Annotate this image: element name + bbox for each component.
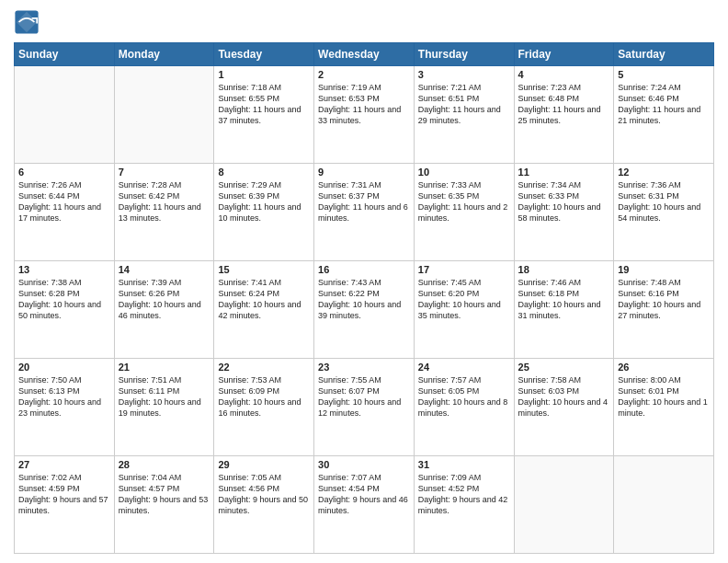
day-info: Sunrise: 7:43 AM Sunset: 6:22 PM Dayligh… [318,277,410,322]
day-info: Sunrise: 8:00 AM Sunset: 6:01 PM Dayligh… [618,374,710,419]
day-number: 4 [518,69,610,80]
day-number: 12 [618,167,710,178]
day-number: 7 [119,167,210,178]
calendar-day-cell: 17Sunrise: 7:45 AM Sunset: 6:20 PM Dayli… [414,261,514,359]
calendar-week-row: 27Sunrise: 7:02 AM Sunset: 4:59 PM Dayli… [15,456,714,554]
day-info: Sunrise: 7:39 AM Sunset: 6:26 PM Dayligh… [119,277,210,322]
calendar-day-cell: 15Sunrise: 7:41 AM Sunset: 6:24 PM Dayli… [214,261,314,359]
calendar-day-cell: 7Sunrise: 7:28 AM Sunset: 6:42 PM Daylig… [114,164,214,261]
calendar-day-cell: 23Sunrise: 7:55 AM Sunset: 6:07 PM Dayli… [314,359,415,456]
day-number: 26 [618,362,710,373]
day-number: 2 [318,69,410,80]
day-info: Sunrise: 7:24 AM Sunset: 6:46 PM Dayligh… [618,82,710,127]
day-number: 13 [18,264,110,275]
calendar-day-cell: 16Sunrise: 7:43 AM Sunset: 6:22 PM Dayli… [314,261,415,359]
col-saturday: Saturday [614,43,714,66]
calendar-day-cell: 3Sunrise: 7:21 AM Sunset: 6:51 PM Daylig… [414,66,514,164]
calendar-week-row: 6Sunrise: 7:26 AM Sunset: 6:44 PM Daylig… [15,164,714,261]
day-number: 17 [418,264,510,275]
calendar-header: Sunday Monday Tuesday Wednesday Thursday… [15,43,714,66]
day-info: Sunrise: 7:34 AM Sunset: 6:33 PM Dayligh… [518,179,610,224]
header [14,9,714,35]
day-number: 31 [418,459,510,470]
day-number: 9 [318,167,410,178]
day-number: 24 [418,362,510,373]
day-info: Sunrise: 7:02 AM Sunset: 4:59 PM Dayligh… [18,472,110,517]
day-number: 25 [518,362,610,373]
day-number: 1 [218,69,310,80]
day-number: 29 [218,459,310,470]
day-info: Sunrise: 7:55 AM Sunset: 6:07 PM Dayligh… [318,374,410,419]
day-info: Sunrise: 7:19 AM Sunset: 6:53 PM Dayligh… [318,82,410,127]
day-info: Sunrise: 7:28 AM Sunset: 6:42 PM Dayligh… [119,179,210,224]
calendar-day-cell: 8Sunrise: 7:29 AM Sunset: 6:39 PM Daylig… [214,164,314,261]
col-tuesday: Tuesday [214,43,314,66]
day-info: Sunrise: 7:09 AM Sunset: 4:52 PM Dayligh… [418,472,510,517]
col-thursday: Thursday [414,43,514,66]
col-sunday: Sunday [15,43,115,66]
calendar-day-cell: 31Sunrise: 7:09 AM Sunset: 4:52 PM Dayli… [414,456,514,554]
calendar-day-cell: 4Sunrise: 7:23 AM Sunset: 6:48 PM Daylig… [514,66,614,164]
calendar-day-cell: 11Sunrise: 7:34 AM Sunset: 6:33 PM Dayli… [514,164,614,261]
day-info: Sunrise: 7:45 AM Sunset: 6:20 PM Dayligh… [418,277,510,322]
calendar-day-cell: 19Sunrise: 7:48 AM Sunset: 6:16 PM Dayli… [614,261,714,359]
calendar-day-cell: 28Sunrise: 7:04 AM Sunset: 4:57 PM Dayli… [114,456,214,554]
col-monday: Monday [114,43,214,66]
calendar-day-cell [15,66,115,164]
day-info: Sunrise: 7:46 AM Sunset: 6:18 PM Dayligh… [518,277,610,322]
calendar-day-cell: 5Sunrise: 7:24 AM Sunset: 6:46 PM Daylig… [614,66,714,164]
calendar-day-cell: 24Sunrise: 7:57 AM Sunset: 6:05 PM Dayli… [414,359,514,456]
day-number: 10 [418,167,510,178]
day-number: 3 [418,69,510,80]
day-info: Sunrise: 7:51 AM Sunset: 6:11 PM Dayligh… [119,374,210,419]
calendar-day-cell: 20Sunrise: 7:50 AM Sunset: 6:13 PM Dayli… [15,359,115,456]
day-number: 8 [218,167,310,178]
day-number: 18 [518,264,610,275]
day-number: 23 [318,362,410,373]
calendar-day-cell: 25Sunrise: 7:58 AM Sunset: 6:03 PM Dayli… [514,359,614,456]
calendar-week-row: 20Sunrise: 7:50 AM Sunset: 6:13 PM Dayli… [15,359,714,456]
calendar-day-cell [614,456,714,554]
day-number: 27 [18,459,110,470]
day-info: Sunrise: 7:33 AM Sunset: 6:35 PM Dayligh… [418,179,510,224]
day-number: 21 [119,362,210,373]
day-info: Sunrise: 7:57 AM Sunset: 6:05 PM Dayligh… [418,374,510,419]
day-info: Sunrise: 7:53 AM Sunset: 6:09 PM Dayligh… [218,374,310,419]
calendar-table: Sunday Monday Tuesday Wednesday Thursday… [14,42,714,554]
calendar-day-cell: 21Sunrise: 7:51 AM Sunset: 6:11 PM Dayli… [114,359,214,456]
calendar-day-cell: 9Sunrise: 7:31 AM Sunset: 6:37 PM Daylig… [314,164,415,261]
day-info: Sunrise: 7:07 AM Sunset: 4:54 PM Dayligh… [318,472,410,517]
day-info: Sunrise: 7:58 AM Sunset: 6:03 PM Dayligh… [518,374,610,419]
day-info: Sunrise: 7:41 AM Sunset: 6:24 PM Dayligh… [218,277,310,322]
header-row: Sunday Monday Tuesday Wednesday Thursday… [15,43,714,66]
day-number: 22 [218,362,310,373]
calendar-day-cell: 12Sunrise: 7:36 AM Sunset: 6:31 PM Dayli… [614,164,714,261]
calendar-day-cell: 1Sunrise: 7:18 AM Sunset: 6:55 PM Daylig… [214,66,314,164]
logo [14,9,41,35]
day-info: Sunrise: 7:38 AM Sunset: 6:28 PM Dayligh… [18,277,110,322]
calendar-day-cell: 22Sunrise: 7:53 AM Sunset: 6:09 PM Dayli… [214,359,314,456]
calendar-day-cell: 29Sunrise: 7:05 AM Sunset: 4:56 PM Dayli… [214,456,314,554]
calendar-day-cell: 14Sunrise: 7:39 AM Sunset: 6:26 PM Dayli… [114,261,214,359]
calendar-body: 1Sunrise: 7:18 AM Sunset: 6:55 PM Daylig… [15,66,714,554]
calendar-day-cell: 13Sunrise: 7:38 AM Sunset: 6:28 PM Dayli… [15,261,115,359]
day-info: Sunrise: 7:29 AM Sunset: 6:39 PM Dayligh… [218,179,310,224]
day-number: 5 [618,69,710,80]
day-number: 20 [18,362,110,373]
day-info: Sunrise: 7:48 AM Sunset: 6:16 PM Dayligh… [618,277,710,322]
day-info: Sunrise: 7:26 AM Sunset: 6:44 PM Dayligh… [18,179,110,224]
page: Sunday Monday Tuesday Wednesday Thursday… [0,0,728,563]
day-info: Sunrise: 7:50 AM Sunset: 6:13 PM Dayligh… [18,374,110,419]
col-wednesday: Wednesday [314,43,415,66]
logo-icon [14,9,40,35]
day-info: Sunrise: 7:23 AM Sunset: 6:48 PM Dayligh… [518,82,610,127]
calendar-day-cell: 30Sunrise: 7:07 AM Sunset: 4:54 PM Dayli… [314,456,415,554]
day-number: 19 [618,264,710,275]
calendar-day-cell: 6Sunrise: 7:26 AM Sunset: 6:44 PM Daylig… [15,164,115,261]
day-info: Sunrise: 7:36 AM Sunset: 6:31 PM Dayligh… [618,179,710,224]
calendar-day-cell [514,456,614,554]
day-info: Sunrise: 7:21 AM Sunset: 6:51 PM Dayligh… [418,82,510,127]
day-info: Sunrise: 7:04 AM Sunset: 4:57 PM Dayligh… [119,472,210,517]
day-number: 30 [318,459,410,470]
calendar-week-row: 1Sunrise: 7:18 AM Sunset: 6:55 PM Daylig… [15,66,714,164]
